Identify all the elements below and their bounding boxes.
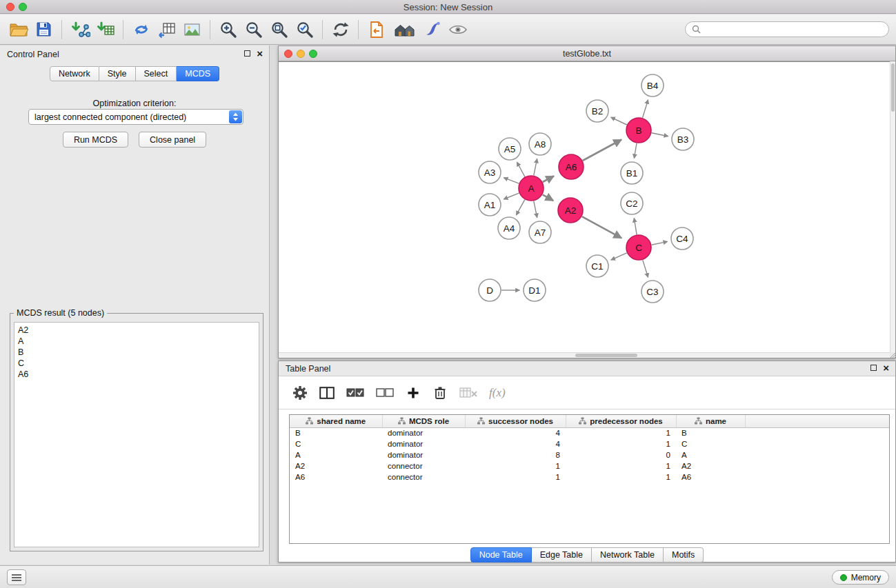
zoom-in-icon[interactable] bbox=[215, 17, 241, 42]
cell-mcds-role: dominator bbox=[382, 449, 465, 460]
edge-B-B4 bbox=[643, 100, 648, 118]
close-panel-icon[interactable]: × bbox=[257, 50, 263, 57]
network-canvas[interactable]: AA6A2BCA5A8A3A1A4A7B4B2B3B1C2C4C1C3DD1 bbox=[279, 61, 890, 352]
node-label-A5: A5 bbox=[504, 144, 516, 154]
memory-button[interactable]: Memory bbox=[832, 570, 889, 585]
node-label-B1: B1 bbox=[626, 168, 638, 179]
node-label-D1: D1 bbox=[528, 285, 540, 296]
criterion-dropdown[interactable]: largest connected component (directed) bbox=[28, 109, 243, 125]
vertical-scrollbar[interactable] bbox=[890, 62, 895, 352]
node-label-A4: A4 bbox=[504, 223, 515, 234]
cell-shared-name: C bbox=[290, 438, 382, 449]
column-header-successor-nodes[interactable]: successor nodes bbox=[465, 415, 566, 427]
table-row[interactable]: A6connector11A6 bbox=[290, 472, 889, 483]
chevron-up-down-icon bbox=[229, 110, 242, 123]
edge-C-C4 bbox=[652, 241, 668, 245]
toolbar-separator bbox=[358, 20, 359, 39]
tab-select[interactable]: Select bbox=[136, 66, 177, 81]
tab-mcds[interactable]: MCDS bbox=[177, 66, 219, 81]
tab-network[interactable]: Network bbox=[50, 66, 99, 81]
network-window-title: testGlobe.txt bbox=[279, 49, 895, 59]
zoom-out-icon[interactable] bbox=[241, 17, 266, 42]
float-panel-icon[interactable] bbox=[870, 365, 877, 371]
table-row[interactable]: Cdominator41C bbox=[290, 438, 889, 449]
result-item[interactable]: A2 bbox=[18, 325, 255, 336]
run-mcds-button[interactable]: Run MCDS bbox=[63, 132, 128, 148]
float-panel-icon[interactable] bbox=[244, 50, 250, 57]
edge-A6-B bbox=[583, 140, 621, 161]
select-all-rows-icon[interactable] bbox=[346, 383, 364, 403]
edge-B-B3 bbox=[652, 133, 668, 136]
table-row[interactable]: A2connector11A2 bbox=[290, 460, 889, 472]
tab-node-table[interactable]: Node Table bbox=[470, 547, 532, 562]
edge-A2-C bbox=[582, 216, 621, 238]
toolbar-separator bbox=[322, 20, 323, 39]
node-label-C: C bbox=[635, 243, 642, 253]
resize-grip-icon[interactable] bbox=[889, 352, 895, 358]
edge-C-C1 bbox=[611, 253, 627, 260]
cell-predecessor-nodes: 1 bbox=[566, 427, 676, 438]
show-home-icon[interactable] bbox=[389, 17, 419, 42]
memory-label: Memory bbox=[851, 573, 881, 582]
new-network-icon[interactable] bbox=[128, 17, 154, 42]
status-bar: Memory bbox=[0, 565, 896, 588]
optimization-criterion-label: Optimization criterion: bbox=[0, 99, 269, 108]
export-image-icon[interactable] bbox=[179, 17, 205, 42]
search-field[interactable] bbox=[685, 21, 889, 37]
cell-name: C bbox=[676, 438, 745, 449]
horizontal-scrollbar[interactable] bbox=[279, 352, 890, 358]
save-session-icon[interactable] bbox=[31, 17, 57, 42]
new-table-icon[interactable] bbox=[154, 17, 179, 42]
open-network-document-icon[interactable] bbox=[364, 17, 389, 42]
cell-shared-name: A6 bbox=[290, 472, 382, 483]
open-folder-icon[interactable] bbox=[6, 17, 31, 42]
cell-predecessor-nodes: 1 bbox=[566, 472, 676, 483]
cell-successor-nodes: 4 bbox=[465, 427, 566, 438]
column-header-mcds-role[interactable]: MCDS role bbox=[382, 415, 465, 427]
delete-table-icon[interactable] bbox=[459, 383, 477, 403]
result-item[interactable]: A6 bbox=[18, 369, 255, 380]
node-table-container: shared nameMCDS rolesuccessor nodesprede… bbox=[289, 414, 890, 544]
edge-A-A1 bbox=[504, 193, 519, 199]
deselect-all-rows-icon[interactable] bbox=[376, 383, 394, 403]
edge-C-C3 bbox=[643, 260, 648, 277]
tab-edge-table[interactable]: Edge Table bbox=[532, 547, 592, 562]
table-row[interactable]: Adominator80A bbox=[290, 449, 889, 460]
column-chooser-icon[interactable] bbox=[319, 383, 335, 403]
add-row-icon[interactable] bbox=[406, 383, 421, 403]
import-table-from-file-icon[interactable] bbox=[92, 17, 118, 42]
task-history-button[interactable] bbox=[7, 569, 26, 585]
show-graphics-details-icon[interactable] bbox=[445, 17, 470, 42]
search-input[interactable] bbox=[705, 24, 882, 35]
control-panel-header: Control Panel × bbox=[0, 45, 269, 63]
tab-network-table[interactable]: Network Table bbox=[592, 547, 664, 562]
tree-icon bbox=[477, 417, 485, 425]
refresh-view-icon[interactable] bbox=[328, 17, 353, 42]
zoom-fit-icon[interactable] bbox=[266, 17, 292, 42]
close-panel-icon[interactable]: × bbox=[883, 364, 889, 372]
function-builder-button[interactable]: f(x) bbox=[489, 383, 506, 403]
cell-shared-name: A2 bbox=[290, 460, 382, 472]
zoom-selected-icon[interactable] bbox=[292, 17, 317, 42]
result-item[interactable]: C bbox=[18, 358, 255, 369]
cell-successor-nodes: 8 bbox=[465, 449, 566, 460]
delete-rows-trash-icon[interactable] bbox=[432, 383, 448, 403]
import-network-from-file-icon[interactable] bbox=[67, 17, 92, 42]
mcds-result-list[interactable]: A2ABCA6 bbox=[14, 322, 259, 547]
cell-name: A6 bbox=[676, 472, 745, 483]
node-label-A: A bbox=[528, 183, 534, 194]
result-item[interactable]: B bbox=[18, 347, 255, 358]
tab-style[interactable]: Style bbox=[99, 66, 136, 81]
table-row[interactable]: Bdominator41B bbox=[290, 427, 889, 438]
apply-style-icon[interactable] bbox=[419, 17, 445, 42]
column-header-shared-name[interactable]: shared name bbox=[290, 415, 382, 427]
tab-motifs[interactable]: Motifs bbox=[664, 547, 704, 562]
node-table: shared nameMCDS rolesuccessor nodesprede… bbox=[290, 415, 889, 483]
mcds-result-group: MCDS result (5 nodes) A2ABCA6 bbox=[10, 313, 263, 551]
result-item[interactable]: A bbox=[18, 336, 255, 347]
table-settings-gear-icon[interactable] bbox=[292, 383, 308, 403]
close-panel-button[interactable]: Close panel bbox=[139, 132, 206, 148]
column-header-name[interactable]: name bbox=[676, 415, 745, 427]
node-label-A2: A2 bbox=[565, 205, 577, 216]
column-header-predecessor-nodes[interactable]: predecessor nodes bbox=[566, 415, 676, 427]
